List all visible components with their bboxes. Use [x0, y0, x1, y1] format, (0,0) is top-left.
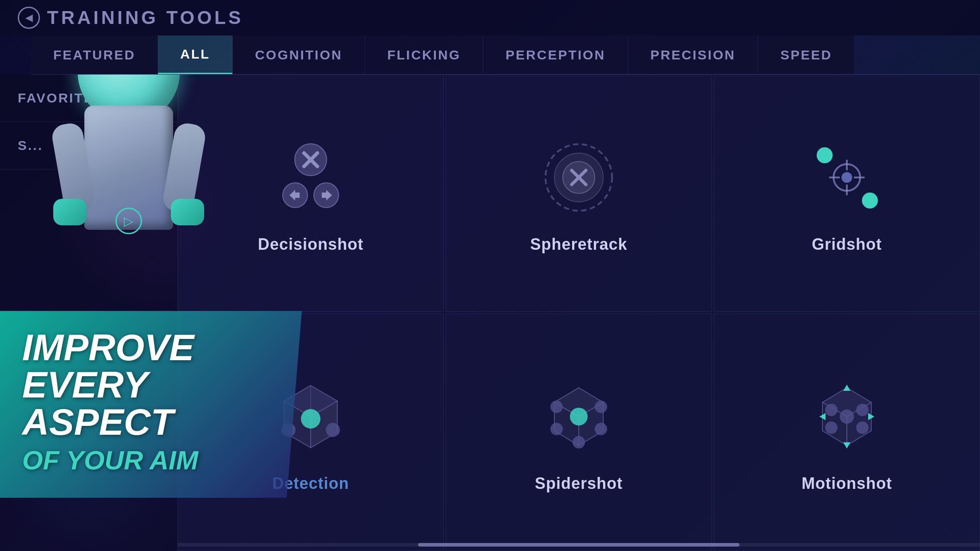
svg-point-12	[817, 147, 833, 163]
scrollbar-thumb[interactable]	[418, 543, 739, 547]
card-decisionshot[interactable]: Decisionshot	[178, 75, 444, 312]
tab-precision[interactable]: PRECISION	[628, 35, 758, 74]
motionshot-title: Motionshot	[802, 474, 892, 493]
svg-point-37	[573, 436, 585, 449]
page-title: TRAINING TOOLS	[47, 7, 244, 28]
sidebar: FAVORITES S...	[0, 75, 178, 551]
svg-marker-50	[843, 442, 850, 449]
gridshot-title: Gridshot	[812, 235, 882, 254]
svg-point-34	[595, 401, 607, 413]
card-motionshot[interactable]: Motionshot	[714, 314, 980, 551]
card-detection[interactable]: Detection	[178, 314, 444, 551]
spidershot-icon	[534, 372, 623, 461]
scrollbar-track	[178, 543, 980, 547]
svg-point-43	[825, 404, 838, 416]
svg-point-44	[856, 404, 869, 416]
decisionshot-title: Decisionshot	[258, 235, 364, 254]
detection-icon	[266, 372, 355, 461]
tab-bar: FEATURED ALL COGNITION FLICKING PERCEPTI…	[31, 35, 980, 75]
svg-marker-47	[843, 385, 850, 391]
main-grid: Decisionshot Spheretrack	[178, 75, 980, 551]
svg-point-42	[840, 409, 854, 424]
sidebar-scenarios[interactable]: S...	[0, 122, 178, 169]
svg-point-33	[550, 401, 563, 413]
svg-point-26	[281, 423, 296, 437]
top-bar: ◀ TRAINING TOOLS	[0, 0, 980, 35]
svg-point-25	[301, 409, 320, 429]
gridshot-icon	[802, 133, 891, 222]
svg-point-19	[862, 193, 878, 209]
svg-point-27	[326, 423, 340, 437]
tab-perception[interactable]: PERCEPTION	[483, 35, 628, 74]
tab-all[interactable]: ALL	[158, 35, 233, 74]
svg-point-36	[595, 423, 607, 435]
sidebar-favorites[interactable]: FAVORITES	[0, 75, 178, 122]
tab-featured[interactable]: FEATURED	[31, 35, 158, 74]
card-spidershot[interactable]: Spidershot	[446, 314, 712, 551]
detection-title: Detection	[272, 474, 349, 493]
back-arrow-icon: ◀	[18, 7, 40, 29]
decisionshot-icon	[266, 133, 355, 222]
spidershot-title: Spidershot	[535, 474, 623, 493]
spheretrack-title: Spheretrack	[530, 235, 627, 254]
svg-point-35	[550, 423, 563, 435]
tab-flicking[interactable]: FLICKING	[365, 35, 483, 74]
back-button[interactable]: ◀ TRAINING TOOLS	[18, 7, 244, 29]
svg-point-45	[825, 421, 838, 434]
card-gridshot[interactable]: Gridshot	[714, 75, 980, 312]
svg-point-14	[842, 172, 852, 183]
motionshot-icon	[802, 372, 891, 461]
tab-cognition[interactable]: COGNITION	[233, 35, 365, 74]
card-spheretrack[interactable]: Spheretrack	[446, 75, 712, 312]
svg-point-32	[570, 408, 588, 425]
spheretrack-icon	[534, 133, 623, 222]
svg-point-46	[856, 421, 869, 434]
tab-speed[interactable]: SPEED	[758, 35, 855, 74]
